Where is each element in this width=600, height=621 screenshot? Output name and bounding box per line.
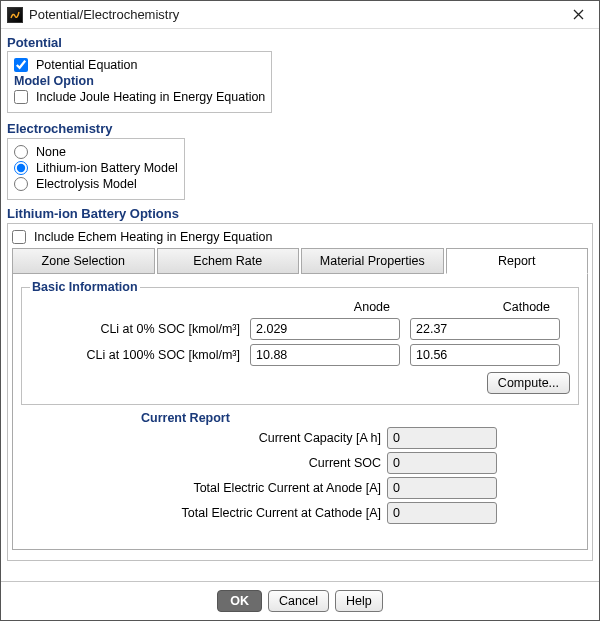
echem-heating-label: Include Echem Heating in Energy Equation [34, 230, 272, 244]
dialog-body: Potential Potential Equation Model Optio… [1, 29, 599, 581]
close-button[interactable] [563, 5, 593, 25]
capacity-label: Current Capacity [A h] [141, 431, 381, 445]
tab-zone-selection[interactable]: Zone Selection [12, 248, 155, 274]
ok-button[interactable]: OK [217, 590, 262, 612]
dialog-footer: OK Cancel Help [1, 581, 599, 620]
electro-electrolysis-radio[interactable] [14, 177, 28, 191]
potential-group: Potential Equation Model Option Include … [7, 51, 272, 113]
joule-heating-label: Include Joule Heating in Energy Equation [36, 90, 265, 104]
libo-tabs: Zone Selection Echem Rate Material Prope… [12, 248, 588, 274]
tab-material-properties[interactable]: Material Properties [301, 248, 444, 274]
anode-current-value [387, 477, 497, 499]
app-icon [7, 7, 23, 23]
anode-current-label: Total Electric Current at Anode [A] [141, 481, 381, 495]
electro-none-label: None [36, 145, 66, 159]
electrochemistry-heading: Electrochemistry [7, 121, 593, 136]
soc-label: Current SOC [141, 456, 381, 470]
titlebar: Potential/Electrochemistry [1, 1, 599, 29]
electro-lib-radio[interactable] [14, 161, 28, 175]
electrochemistry-group: None Lithium-ion Battery Model Electroly… [7, 138, 185, 200]
current-report-heading: Current Report [141, 411, 579, 425]
compute-button[interactable]: Compute... [487, 372, 570, 394]
soc100-anode-input[interactable] [250, 344, 400, 366]
col-cathode-header: Cathode [410, 300, 560, 314]
model-option-heading: Model Option [14, 74, 265, 88]
potential-heading: Potential [7, 35, 593, 50]
electro-electrolysis-label: Electrolysis Model [36, 177, 137, 191]
help-button[interactable]: Help [335, 590, 383, 612]
cathode-current-label: Total Electric Current at Cathode [A] [141, 506, 381, 520]
soc-value [387, 452, 497, 474]
joule-heating-checkbox[interactable] [14, 90, 28, 104]
soc0-label: CLi at 0% SOC [kmol/m³] [30, 322, 240, 336]
electro-none-radio[interactable] [14, 145, 28, 159]
window-title: Potential/Electrochemistry [29, 7, 179, 22]
tab-echem-rate[interactable]: Echem Rate [157, 248, 300, 274]
soc100-cathode-input[interactable] [410, 344, 560, 366]
basic-info-legend: Basic Information [30, 280, 140, 294]
capacity-value [387, 427, 497, 449]
soc0-anode-input[interactable] [250, 318, 400, 340]
cancel-button[interactable]: Cancel [268, 590, 329, 612]
potential-equation-label: Potential Equation [36, 58, 137, 72]
electro-lib-label: Lithium-ion Battery Model [36, 161, 178, 175]
current-report-section: Current Report Current Capacity [A h] Cu… [141, 411, 579, 524]
soc100-label: CLi at 100% SOC [kmol/m³] [30, 348, 240, 362]
dialog-window: Potential/Electrochemistry Potential Pot… [0, 0, 600, 621]
cathode-current-value [387, 502, 497, 524]
tab-report[interactable]: Report [446, 248, 589, 274]
basic-info-fieldset: Basic Information Anode Cathode CLi at 0… [21, 280, 579, 405]
soc0-cathode-input[interactable] [410, 318, 560, 340]
col-anode-header: Anode [250, 300, 400, 314]
close-icon [573, 9, 584, 20]
tab-report-body: Basic Information Anode Cathode CLi at 0… [12, 274, 588, 550]
potential-equation-checkbox[interactable] [14, 58, 28, 72]
echem-heating-checkbox[interactable] [12, 230, 26, 244]
libo-group: Include Echem Heating in Energy Equation… [7, 223, 593, 561]
libo-heading: Lithium-ion Battery Options [7, 206, 593, 221]
